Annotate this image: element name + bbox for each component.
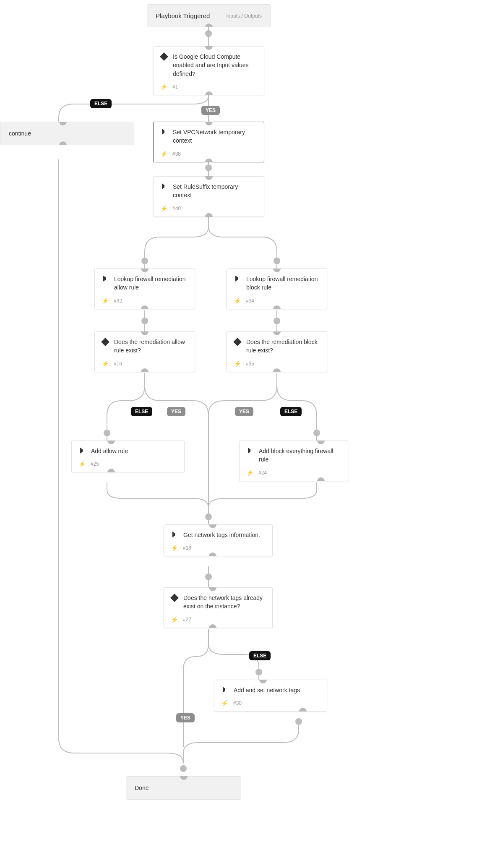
node-done[interactable]: Done <box>126 776 241 800</box>
decision-icon <box>234 338 241 345</box>
node-title: Add and set network tags <box>234 686 300 694</box>
node-number: #16 <box>114 361 122 367</box>
node-number: #34 <box>246 298 254 304</box>
action-icon <box>160 182 168 189</box>
svg-point-21 <box>295 718 302 725</box>
action-icon <box>102 275 109 282</box>
bolt-icon: ⚡ <box>160 151 167 157</box>
bolt-icon: ⚡ <box>102 361 109 367</box>
decision-icon <box>160 52 168 60</box>
node-number: #27 <box>183 617 191 623</box>
node-number: #24 <box>258 470 267 476</box>
node-title: Get network tags information. <box>183 531 260 539</box>
node-25[interactable]: Add allow rule ⚡ #25 <box>71 441 185 472</box>
node-number: #35 <box>246 361 254 367</box>
branch-label-yes: YES <box>201 106 220 115</box>
node-1[interactable]: Is Google Cloud Compute enabled and are … <box>153 46 264 95</box>
svg-point-5 <box>205 164 212 171</box>
node-number: #38 <box>172 151 181 157</box>
trigger-title: Playbook Triggered <box>156 12 210 19</box>
svg-point-8 <box>274 258 280 264</box>
branch-label-else: ELSE <box>131 407 152 416</box>
bolt-icon: ⚡ <box>171 545 178 551</box>
node-title: Does the network tags already exist on t… <box>183 594 266 611</box>
node-27[interactable]: Does the network tags already exist on t… <box>164 587 273 628</box>
action-icon <box>221 686 229 693</box>
svg-point-18 <box>205 573 212 580</box>
node-16[interactable]: Does the remediation allow rule exist? ⚡… <box>94 331 195 372</box>
svg-point-13 <box>104 430 110 436</box>
node-title: Set VPCNetwork temporary context <box>173 128 257 145</box>
svg-point-16 <box>205 514 212 520</box>
node-number: #30 <box>233 700 242 706</box>
node-number: #40 <box>172 206 181 211</box>
bolt-icon: ⚡ <box>221 700 228 706</box>
bolt-icon: ⚡ <box>234 298 241 304</box>
svg-point-7 <box>141 258 148 264</box>
action-icon <box>171 531 178 537</box>
node-40[interactable]: Set RuleSuffix temporary context ⚡ #40 <box>153 176 264 217</box>
svg-point-20 <box>180 765 187 772</box>
branch-label-else: ELSE <box>90 99 112 108</box>
bolt-icon: ⚡ <box>171 617 178 623</box>
bolt-icon: ⚡ <box>102 298 109 304</box>
node-number: #18 <box>183 545 191 551</box>
playbook-canvas: Playbook Triggered Inputs / Outputs Is G… <box>0 0 495 868</box>
inputs-outputs-link[interactable]: Inputs / Outputs <box>226 13 262 19</box>
node-title: Does the remediation block rule exist? <box>246 338 320 355</box>
branch-label-yes: YES <box>176 713 195 722</box>
bolt-icon: ⚡ <box>246 470 253 476</box>
node-35[interactable]: Does the remediation block rule exist? ⚡… <box>227 331 327 372</box>
svg-point-1 <box>205 30 212 37</box>
node-30[interactable]: Add and set network tags ⚡ #30 <box>214 680 327 712</box>
node-18[interactable]: Get network tags information. ⚡ #18 <box>164 524 273 556</box>
decision-icon <box>171 594 178 601</box>
action-icon <box>160 128 168 135</box>
node-32[interactable]: Lookup firewall remediation allow rule ⚡… <box>94 268 195 309</box>
branch-label-else: ELSE <box>280 407 302 416</box>
svg-point-12 <box>274 318 280 324</box>
node-title: Add allow rule <box>91 447 128 455</box>
node-title: Lookup firewall remediation block rule <box>246 275 320 292</box>
action-icon <box>246 447 254 454</box>
node-title: Add block everything firewall rule <box>259 447 341 464</box>
svg-point-14 <box>313 430 320 436</box>
node-title: Set RuleSuffix temporary context <box>173 182 257 200</box>
node-number: #32 <box>114 298 122 304</box>
node-number: #25 <box>91 461 99 467</box>
node-38[interactable]: Set VPCNetwork temporary context ⚡ #38 <box>153 122 264 162</box>
node-continue[interactable]: continue <box>0 122 134 145</box>
node-34[interactable]: Lookup firewall remediation block rule ⚡… <box>227 268 327 309</box>
bolt-icon: ⚡ <box>78 461 86 467</box>
svg-point-10 <box>141 318 148 324</box>
playbook-trigger-node[interactable]: Playbook Triggered Inputs / Outputs <box>147 4 271 27</box>
bolt-icon: ⚡ <box>160 206 167 211</box>
node-title: Does the remediation allow rule exist? <box>114 338 188 355</box>
action-icon <box>78 447 86 454</box>
decision-icon <box>102 338 109 345</box>
branch-label-else: ELSE <box>249 651 271 660</box>
node-24[interactable]: Add block everything firewall rule ⚡ #24 <box>239 441 348 481</box>
continue-label: continue <box>9 130 31 137</box>
node-title: Lookup firewall remediation allow rule <box>114 275 188 292</box>
bolt-icon: ⚡ <box>160 84 167 90</box>
node-title: Is Google Cloud Compute enabled and are … <box>173 52 257 78</box>
action-icon <box>234 275 241 282</box>
bolt-icon: ⚡ <box>234 361 241 367</box>
done-label: Done <box>135 785 148 791</box>
branch-label-yes: YES <box>235 407 253 416</box>
svg-point-19 <box>255 669 262 675</box>
node-number: #1 <box>172 84 178 90</box>
branch-label-yes: YES <box>167 407 185 416</box>
